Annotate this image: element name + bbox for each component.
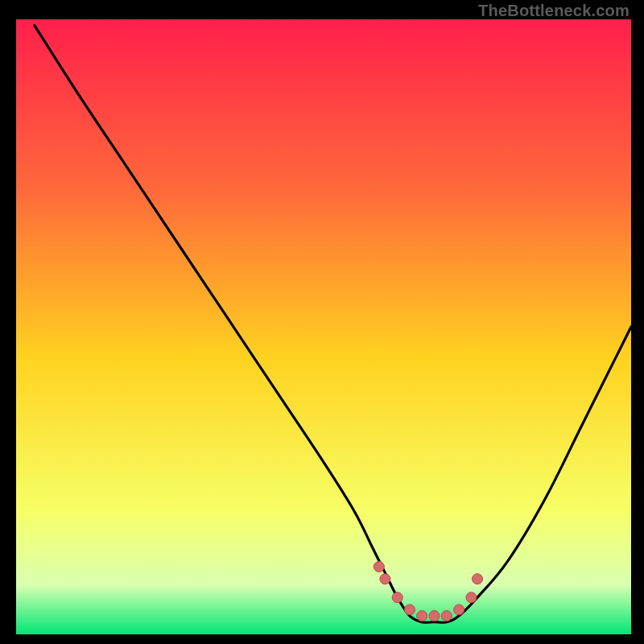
trough-marker: [429, 611, 440, 621]
chart-frame: [16, 19, 631, 634]
trough-marker: [417, 611, 427, 621]
trough-marker: [374, 562, 384, 572]
bottleneck-chart: [16, 19, 631, 634]
trough-marker: [392, 592, 402, 603]
trough-marker: [405, 605, 415, 615]
gradient-background: [16, 19, 631, 634]
trough-marker: [441, 611, 452, 621]
trough-marker: [466, 592, 477, 603]
trough-marker: [473, 574, 483, 584]
trough-marker: [380, 574, 390, 584]
trough-marker: [454, 605, 464, 615]
watermark-text: TheBottleneck.com: [478, 2, 630, 20]
